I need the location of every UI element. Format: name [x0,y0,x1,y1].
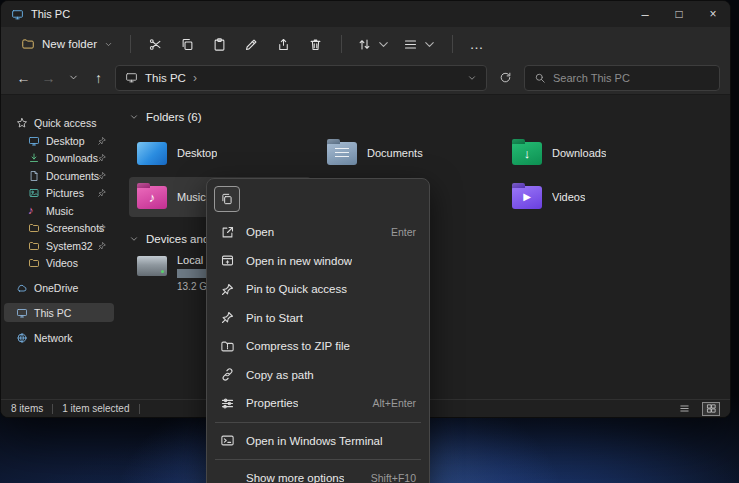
sidebar-item-label: Quick access [34,117,96,129]
sidebar-item-desktop[interactable]: Desktop [4,132,114,150]
menu-item-copy-as-path[interactable]: Copy as path [211,361,425,390]
more-options-button[interactable]: … [462,30,492,58]
folder-tile-documents[interactable]: Documents [319,133,501,173]
copy-icon [180,37,195,52]
documents-icon [28,170,40,182]
copy-button[interactable] [172,30,204,58]
sidebar-item-music[interactable]: ♪ Music [4,202,114,220]
pin-icon [97,153,107,163]
rename-icon [244,37,259,52]
menu-item-pin-to-quick-access[interactable]: Pin to Quick access [211,275,425,304]
music-folder-icon: ♪ [137,186,167,209]
back-icon: ← [17,70,31,86]
minimize-button[interactable]: – [628,1,662,27]
icons-view-button[interactable] [702,402,720,416]
pin-icon [97,136,107,146]
sidebar-item-downloads[interactable]: Downloads [4,150,114,168]
forward-button[interactable]: → [36,65,61,90]
quick-access-icon [16,117,28,129]
terminal-icon [220,433,235,448]
network-globe-icon [16,332,28,344]
rename-button[interactable] [236,30,268,58]
delete-button[interactable] [300,30,332,58]
details-view-icon [679,403,690,414]
sidebar-item-label: OneDrive [34,282,78,294]
sidebar-item-screenshots[interactable]: Screenshots [4,220,114,238]
menu-item-properties[interactable]: Properties Alt+Enter [211,389,425,418]
up-button[interactable]: ↑ [86,65,111,90]
up-icon: ↑ [95,70,102,86]
sidebar-item-this-pc[interactable]: This PC [4,303,114,322]
status-divider [52,404,53,414]
sidebar-item-label: Downloads [46,152,98,164]
properties-icon [220,396,235,411]
context-menu-icon-bar [211,183,425,218]
copy-path-icon [220,367,235,382]
menu-item-open-in-windows-terminal[interactable]: Open in Windows Terminal [211,427,425,456]
back-button[interactable]: ← [11,65,36,90]
sidebar-item-documents[interactable]: Documents [4,167,114,185]
sidebar-item-pictures[interactable]: Pictures [4,185,114,203]
menu-item-open-in-new-window[interactable]: Open in new window [211,247,425,276]
sidebar-item-label: This PC [34,307,71,319]
folder-tile-videos[interactable]: ▶ Videos [504,177,686,217]
menu-shortcut: Alt+Enter [373,397,416,409]
refresh-button[interactable] [493,65,518,90]
menu-shortcut: Enter [391,226,416,238]
sidebar-item-videos[interactable]: Videos [4,255,114,273]
search-box[interactable] [524,65,720,91]
navigation-bar: ← → ↑ This PC › [1,61,730,95]
folder-icon [28,257,40,269]
sidebar-item-quick-access[interactable]: Quick access [4,113,114,132]
new-folder-icon [21,37,35,51]
context-menu: Open Enter Open in new window Pin to Qui… [206,178,430,483]
view-button[interactable] [397,30,443,58]
menu-item-pin-to-start[interactable]: Pin to Start [211,304,425,333]
sidebar-item-system32[interactable]: System32 [4,237,114,255]
sidebar-item-network[interactable]: Network [4,328,114,347]
address-bar[interactable]: This PC › [115,65,487,91]
folders-section-header[interactable]: Folders (6) [129,111,730,123]
desktop-wallpaper: { "titlebar": { "title": "This PC" }, "i… [0,0,739,483]
pin-icon [97,188,107,198]
window-title: This PC [31,8,70,20]
maximize-button[interactable]: □ [662,1,696,27]
share-button[interactable] [268,30,300,58]
pin-start-icon [220,310,235,325]
search-input[interactable] [553,72,710,84]
details-view-button[interactable] [675,402,693,416]
items-count: 8 items [11,403,43,414]
breadcrumb[interactable]: This PC [145,72,186,84]
close-button[interactable]: × [696,1,730,27]
view-icon [403,37,418,52]
collapse-chevron-icon[interactable] [129,234,139,244]
open-icon [220,225,235,240]
paste-button[interactable] [204,30,236,58]
menu-item-open[interactable]: Open Enter [211,218,425,247]
new-folder-button[interactable]: New folder [13,32,121,56]
menu-copy-button[interactable] [214,186,240,212]
cut-button[interactable] [140,30,172,58]
chevron-down-icon [376,37,391,52]
sidebar-item-label: Screenshots [46,222,104,234]
menu-separator [215,459,421,460]
sidebar-item-label: Documents [46,170,99,182]
play-glyph: ▶ [523,192,531,202]
pin-icon [97,171,107,181]
documents-folder-icon [327,142,357,165]
folder-icon [28,222,40,234]
sidebar-item-onedrive[interactable]: OneDrive [4,278,114,297]
sort-button[interactable] [351,30,397,58]
folder-tile-downloads[interactable]: ↓ Downloads [504,133,686,173]
recent-locations-button[interactable] [61,65,86,90]
menu-item-show-more-options[interactable]: Show more options Shift+F10 [211,464,425,483]
menu-item-compress-to-zip[interactable]: Compress to ZIP file [211,332,425,361]
collapse-chevron-icon[interactable] [129,112,139,122]
hard-drive-icon [137,256,167,276]
download-arrow-glyph: ↓ [524,147,531,160]
folder-tile-desktop[interactable]: Desktop [129,133,311,173]
breadcrumb-chevron-icon[interactable]: › [193,71,197,85]
pin-quick-access-icon [220,282,235,297]
address-dropdown-icon[interactable] [467,73,477,83]
menu-separator [215,422,421,423]
